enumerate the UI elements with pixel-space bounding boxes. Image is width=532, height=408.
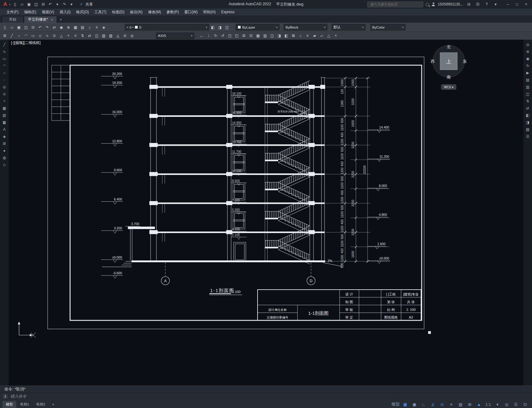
menu-item[interactable]: 视图(V) bbox=[39, 10, 57, 15]
layer-properties-icon[interactable]: ▤ bbox=[79, 24, 86, 30]
qat-new-icon[interactable]: ▯ bbox=[12, 1, 18, 7]
drawing-canvas[interactable]: [-][俯视][二维线框] bbox=[0, 40, 532, 386]
columns-icon[interactable]: ◫ bbox=[269, 33, 275, 39]
text-tool-icon[interactable]: A bbox=[1, 126, 8, 133]
clean-screen-icon[interactable]: ⊡ bbox=[521, 401, 530, 408]
maximize-button[interactable]: □ bbox=[512, 0, 522, 8]
viewcube[interactable]: 上 北 南 西 东 bbox=[431, 45, 467, 79]
hatch-icon[interactable]: ▦ bbox=[72, 24, 79, 30]
pan-icon[interactable]: ⊕ bbox=[65, 24, 72, 30]
layer-match-icon[interactable]: ◫ bbox=[224, 24, 230, 30]
saveas-icon[interactable]: ◫ bbox=[23, 24, 29, 30]
tab-close-icon[interactable]: × bbox=[51, 18, 53, 22]
chevron-down-icon[interactable]: ▾ bbox=[324, 26, 325, 29]
selection-grip[interactable] bbox=[428, 331, 431, 334]
chevron-down-icon[interactable]: ▾ bbox=[206, 26, 207, 29]
palette-menu-icon[interactable]: ☰ bbox=[524, 133, 531, 140]
menu-item[interactable]: 参数(P) bbox=[164, 10, 182, 15]
tab-document[interactable]: 平立剖修改* × bbox=[24, 16, 57, 23]
region-tool-icon[interactable]: ● bbox=[1, 147, 8, 154]
properties-icon[interactable]: ≡ bbox=[93, 24, 100, 30]
menu-item[interactable]: 编辑(E) bbox=[21, 10, 39, 15]
array-icon[interactable]: ◳ bbox=[227, 33, 233, 39]
triangle-icon[interactable]: △ bbox=[58, 33, 65, 39]
layout-tab-1[interactable]: 布局1 bbox=[17, 401, 32, 408]
grid-icon[interactable]: ⊞ bbox=[241, 33, 247, 39]
table-tool-icon[interactable]: ▩ bbox=[1, 119, 8, 125]
search-icon[interactable] bbox=[426, 3, 429, 6]
zoom-tool-icon[interactable]: ◉ bbox=[524, 55, 531, 62]
linetype-dropdown[interactable]: ByBlock ▾ bbox=[284, 24, 327, 30]
viewport-icon[interactable]: ◫ bbox=[93, 33, 100, 39]
properties-panel-icon[interactable]: ▥ bbox=[524, 84, 531, 90]
rows-icon[interactable]: ▥ bbox=[262, 33, 268, 39]
base-icon[interactable]: ⌂ bbox=[297, 33, 304, 39]
share-button[interactable]: ↗ 共享 bbox=[78, 1, 93, 7]
move-vertical-icon[interactable]: ⇅ bbox=[79, 33, 86, 39]
arc-icon[interactable]: ◠ bbox=[23, 33, 29, 39]
rotate-icon[interactable]: ↻ bbox=[212, 33, 219, 39]
plot-icon[interactable]: ⊟ bbox=[30, 24, 36, 30]
menu-item[interactable]: 绘图(D) bbox=[109, 10, 127, 15]
arc-tool-icon[interactable]: ◠ bbox=[1, 62, 8, 69]
menu-item[interactable]: 文件(F) bbox=[4, 10, 21, 15]
autocad-logo-icon[interactable]: A bbox=[1, 1, 9, 8]
workspace-switch-icon[interactable]: ◎ bbox=[502, 401, 511, 408]
donut-icon[interactable]: ⊙ bbox=[51, 33, 57, 39]
layers-icon[interactable]: ≡ bbox=[72, 33, 79, 39]
scale-caret-icon[interactable]: ▾ bbox=[493, 401, 502, 408]
pan-tool-icon[interactable]: ⊕ bbox=[524, 48, 531, 55]
qat-undo-caret-icon[interactable]: ▾ bbox=[54, 1, 61, 7]
snap-grid-icon[interactable]: ⊞ bbox=[2, 33, 8, 39]
line-icon[interactable]: ╱ bbox=[9, 33, 15, 39]
open-icon[interactable]: ▱ bbox=[9, 24, 15, 30]
annotation-scale-button[interactable]: 1:1 bbox=[484, 401, 493, 408]
layout-tab-add[interactable]: + bbox=[49, 401, 58, 407]
hatch-right-icon[interactable]: ▨ bbox=[108, 33, 114, 39]
rectangle-icon[interactable]: ▭ bbox=[30, 33, 36, 39]
command-input-placeholder[interactable]: 键入命令 bbox=[10, 394, 26, 399]
layer-on-icon[interactable]: ◐ bbox=[127, 26, 128, 29]
menu-item[interactable]: 工具(T) bbox=[92, 10, 109, 15]
autodesk-app-icon[interactable]: Ⓐ bbox=[475, 1, 481, 7]
minimize-button[interactable]: – bbox=[503, 0, 512, 8]
move-horizontal-icon[interactable]: ⇄ bbox=[86, 33, 93, 39]
polygon-tool-icon[interactable]: ◇ bbox=[1, 161, 8, 168]
polyline-tool-icon[interactable]: ∿ bbox=[1, 48, 8, 55]
chamfer-icon[interactable]: ◧ bbox=[283, 33, 290, 39]
donut-tool-icon[interactable]: ⊙ bbox=[1, 91, 8, 97]
chevron-down-icon[interactable]: ▾ bbox=[276, 26, 278, 29]
table-icon[interactable]: ▦ bbox=[255, 33, 261, 39]
list-icon[interactable]: ≡ bbox=[304, 33, 311, 39]
extend-icon[interactable]: ↕ bbox=[205, 33, 212, 39]
insert-tool-icon[interactable]: ⊞ bbox=[1, 140, 8, 147]
block-tool-icon[interactable]: ◈ bbox=[1, 133, 8, 140]
solid-icon[interactable]: ▰ bbox=[311, 33, 318, 39]
help-caret-icon[interactable]: ▾ bbox=[492, 1, 499, 7]
showmotion-icon[interactable]: ▶ bbox=[524, 69, 531, 76]
chevron-down-icon[interactable]: ▾ bbox=[362, 26, 364, 29]
qat-save-icon[interactable]: ▣ bbox=[26, 1, 32, 7]
command-prompt-icon[interactable]: ❯ bbox=[2, 394, 8, 399]
scroll-vertical-icon[interactable]: ⇅ bbox=[524, 98, 531, 104]
qat-open-icon[interactable]: ▱ bbox=[19, 1, 25, 7]
layer-state-icon[interactable]: ◧ bbox=[210, 24, 216, 30]
zoom-icon[interactable]: ◉ bbox=[58, 24, 65, 30]
ungroup-icon[interactable]: ⊟ bbox=[248, 33, 254, 39]
new-tab-button[interactable]: + bbox=[57, 16, 64, 23]
wipeout-tool-icon[interactable]: ◍ bbox=[1, 154, 8, 161]
close-button[interactable]: × bbox=[522, 0, 531, 8]
lineweight-dropdown[interactable]: 默认 ▾ bbox=[332, 24, 365, 30]
ellipse-icon[interactable]: ◎ bbox=[129, 33, 135, 39]
command-input-row[interactable]: ❯ 键入命令 bbox=[0, 393, 532, 400]
layer-lock-icon[interactable]: ▪ bbox=[132, 26, 134, 29]
polygon-icon[interactable]: ◇ bbox=[37, 33, 43, 39]
tab-start[interactable]: 开始 bbox=[2, 16, 23, 23]
block-icon[interactable]: ◈ bbox=[100, 24, 107, 30]
menu-item[interactable]: 修改(M) bbox=[145, 10, 164, 15]
visual-style-icon[interactable]: ▧ bbox=[524, 126, 531, 133]
menu-item[interactable]: 窗口(W) bbox=[182, 10, 200, 15]
qat-saveas-icon[interactable]: ◫ bbox=[33, 1, 39, 7]
revcloud-tool-icon[interactable]: ◌ bbox=[1, 77, 8, 83]
layer-prev-icon[interactable]: ◨ bbox=[217, 24, 223, 30]
